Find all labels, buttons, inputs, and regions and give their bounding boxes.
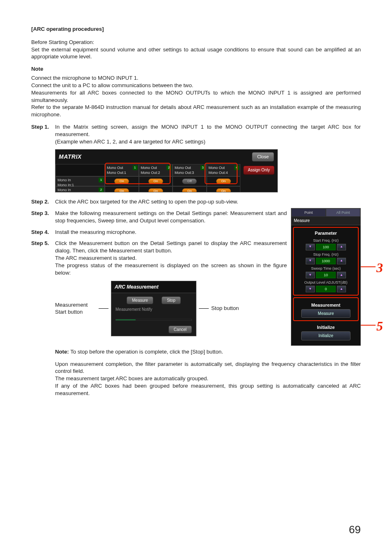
parameter-block: Parameter Start Freq. (Hz) ▼ 100 ▲ Stop … xyxy=(293,227,359,296)
measure-button[interactable]: Measure xyxy=(127,296,153,305)
stop-freq-label: Stop Freq. (Hz) xyxy=(297,252,355,257)
outlvl-down-button[interactable]: ▼ xyxy=(306,286,315,292)
outlvl-up-button[interactable]: ▲ xyxy=(337,286,346,292)
meas-start-label-l2: Start button xyxy=(55,308,88,316)
start-freq-down-button[interactable]: ▼ xyxy=(306,244,315,250)
row-1-top: Mono In xyxy=(58,178,71,182)
parameter-title: Parameter xyxy=(297,230,355,236)
close-button[interactable]: Close xyxy=(252,152,274,162)
outlvl-value: 0 xyxy=(316,286,336,292)
sweep-value: 10 xyxy=(316,272,336,278)
start-freq-value: 100 xyxy=(316,244,336,250)
row-num-1: 1 xyxy=(99,178,104,183)
step-5-text: Click the Measurement button on the Deta… xyxy=(55,240,287,254)
measure-panel-button[interactable]: Measure xyxy=(301,309,350,318)
callout-line xyxy=(361,266,376,267)
row-2-top: Mono In xyxy=(58,188,71,192)
measurement-block: Measurement Measure xyxy=(293,297,359,321)
matrix-title: MATRIX xyxy=(59,153,82,161)
step-1-text: In the Matrix setting screen, assign the… xyxy=(55,124,361,137)
step-3-text: Make the following measurement settings … xyxy=(55,210,287,224)
post-p2: The measurement target ARC boxes are aut… xyxy=(55,375,361,382)
post-note-bold: Note: xyxy=(55,349,69,355)
post-note-rest: To stop before the operation is complete… xyxy=(69,349,223,355)
col-head-3-bot: Mono Out:3 xyxy=(175,170,205,175)
callout-5: 5 xyxy=(376,317,383,335)
stop-freq-value: 1000 xyxy=(316,258,336,264)
step-1-subtext: (Example when ARC 1, 2, and 4 are target… xyxy=(55,139,205,145)
matrix-toggle-r1c3[interactable]: Off xyxy=(182,178,197,184)
page-number: 69 xyxy=(349,523,361,537)
post-p3: If any of the ARC boxes had been grouped… xyxy=(55,382,361,397)
callout-line xyxy=(361,325,376,326)
note-line-4: Refer to the separate M-864D instruction… xyxy=(31,104,361,118)
assign-only-button[interactable]: Assign Only xyxy=(243,166,274,175)
arc-procedures-heading: [ARC operating procedures] xyxy=(31,25,361,33)
cancel-button[interactable]: Cancel xyxy=(168,326,192,334)
tab-point[interactable]: Point xyxy=(291,208,326,217)
step-1-label: Step 1. xyxy=(31,123,55,145)
note-line-2: Connect the unit to a PC to allow commun… xyxy=(31,82,361,89)
before-operation-text: Set the external equipment sound volume … xyxy=(31,46,361,61)
matrix-toggle-r2c2[interactable]: On xyxy=(148,188,163,192)
stop-button-label: Stop button xyxy=(211,305,239,312)
stop-freq-up-button[interactable]: ▲ xyxy=(337,258,346,264)
step-2-label: Step 2. xyxy=(31,198,55,206)
post-p1: Upon measurement completion, the filter … xyxy=(55,361,361,375)
initialize-button[interactable]: Initialize xyxy=(301,331,350,340)
output-level-label: Output Level ADJUST(dB) xyxy=(297,280,355,285)
sweep-down-button[interactable]: ▼ xyxy=(306,272,315,278)
start-freq-label: Start Freq. (Hz) xyxy=(297,238,355,243)
measurement-header: Measurement xyxy=(298,302,354,308)
matrix-toggle-r2c3[interactable]: On xyxy=(182,188,197,192)
stop-button[interactable]: Stop xyxy=(161,296,181,305)
step-4-label: Step 4. xyxy=(31,229,55,236)
meas-start-label-l1: Measurement xyxy=(55,301,88,309)
note-line-3: Measurements for all ARC boxes connected… xyxy=(31,89,361,104)
sweep-time-label: Sweep Time (sec) xyxy=(297,266,355,271)
matrix-toggle-r2c4[interactable]: On xyxy=(216,188,231,192)
step-4-text: Install the measuring microphone. xyxy=(55,229,287,236)
step-5-sub1: The ARC measurement is started. xyxy=(55,255,137,261)
step-3-label: Step 3. xyxy=(31,210,55,224)
detail-settings-panel: Point All Point Measure Parameter Start … xyxy=(291,208,361,346)
note-line-1: Connect the microphone to MONO INPUT 1. xyxy=(31,74,361,82)
before-operation-title: Before Starting Operation: xyxy=(31,39,361,46)
measure-header: Measure xyxy=(291,217,360,225)
highlight-ring xyxy=(205,163,238,184)
step-2-text: Click the ARC box targeted for the ARC s… xyxy=(55,198,361,206)
matrix-panel: MATRIX Close Mono OutMono Out:11 Mono Ou… xyxy=(55,149,278,192)
arc-dialog-title: ARC Measurement xyxy=(111,281,196,293)
progress-bar xyxy=(115,319,192,321)
callout-3: 3 xyxy=(376,259,383,277)
measurement-notify-label: Measurement Notify xyxy=(115,307,192,312)
initialize-header: Initialize xyxy=(295,324,357,331)
start-freq-up-button[interactable]: ▲ xyxy=(337,244,346,250)
tab-all-point[interactable]: All Point xyxy=(326,208,360,217)
step-5-sub2: The progress status of the measurement i… xyxy=(55,262,287,276)
note-heading: Note xyxy=(31,65,361,73)
highlight-ring xyxy=(105,163,171,184)
sweep-up-button[interactable]: ▲ xyxy=(337,272,346,278)
matrix-toggle-r2c1[interactable]: On xyxy=(114,188,129,192)
step-5-label: Step 5. xyxy=(31,240,55,276)
arc-measurement-dialog: ARC Measurement Measure Stop Measurement… xyxy=(111,281,196,337)
col-head-3-top: Mono Out xyxy=(175,165,205,170)
row-num-2: 2 xyxy=(99,187,104,192)
stop-freq-down-button[interactable]: ▼ xyxy=(306,258,315,264)
